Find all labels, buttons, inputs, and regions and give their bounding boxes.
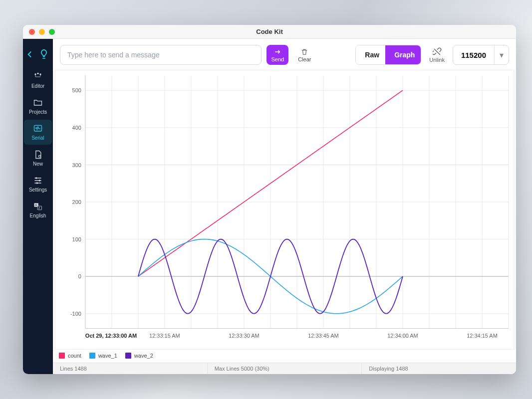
folder-icon (33, 98, 43, 108)
status-maxlines: Max Lines 5000 (30%) (208, 363, 362, 374)
status-lines: Lines 1488 (53, 363, 208, 374)
minimize-window-button[interactable] (39, 29, 45, 35)
unlink-icon (433, 47, 442, 56)
new-file-icon (33, 150, 43, 160)
legend-label: wave_1 (98, 353, 117, 359)
line-chart: -1000100200300400500Oct 29, 12:33:00 AM1… (55, 70, 514, 349)
svg-text:Z: Z (38, 206, 40, 209)
back-arrow-icon (26, 49, 37, 60)
editor-icon (33, 72, 43, 82)
raw-mode-button[interactable]: 0110 Raw (356, 45, 385, 64)
svg-point-1 (37, 73, 38, 74)
main-panel: Send Clear 0110 Raw Graph (53, 39, 516, 374)
svg-text:200: 200 (72, 199, 81, 205)
sidebar-item-new[interactable]: New (24, 146, 52, 171)
graph-label: Graph (394, 51, 415, 59)
svg-point-6 (39, 180, 40, 181)
svg-text:300: 300 (72, 162, 81, 168)
lightbulb-icon (38, 49, 49, 60)
sliders-icon (33, 176, 43, 186)
sidebar-item-projects[interactable]: Projects (24, 94, 52, 119)
toolbar: Send Clear 0110 Raw Graph (53, 39, 516, 70)
chart-area[interactable]: -1000100200300400500Oct 29, 12:33:00 AM1… (55, 70, 514, 350)
zoom-window-button[interactable] (49, 29, 55, 35)
chevron-down-icon: ▾ (494, 45, 509, 64)
sidebar-label: English (30, 213, 46, 218)
legend-label: count (68, 353, 81, 359)
svg-text:500: 500 (72, 87, 81, 93)
legend: count wave_1 wave_2 (53, 350, 516, 363)
svg-text:400: 400 (72, 125, 81, 131)
monitor-pulse-icon (33, 124, 43, 134)
titlebar: Code Kit (23, 25, 516, 39)
sidebar-label: Settings (29, 187, 47, 193)
svg-text:12:34:00 AM: 12:34:00 AM (387, 333, 418, 339)
send-label: Send (271, 56, 284, 62)
svg-point-0 (34, 73, 36, 75)
status-displaying: Displaying 1488 (362, 363, 516, 374)
sidebar-item-editor[interactable]: Editor (24, 68, 52, 93)
trash-icon (300, 48, 308, 56)
sidebar-item-serial[interactable]: Serial (24, 120, 52, 145)
app-window: Code Kit Editor Projects Serial N (23, 25, 516, 374)
swatch-icon (89, 353, 95, 359)
status-bar: Lines 1488 Max Lines 5000 (30%) Displayi… (53, 363, 516, 374)
graph-mode-button[interactable]: Graph (385, 45, 421, 64)
clear-button[interactable]: Clear (293, 45, 315, 65)
sidebar-item-language[interactable]: AZ English (24, 198, 52, 222)
close-window-button[interactable] (29, 29, 35, 35)
legend-item-wave1: wave_1 (89, 353, 117, 359)
sidebar: Editor Projects Serial New Settings AZ E… (23, 39, 53, 374)
svg-point-7 (36, 182, 38, 184)
message-input[interactable] (60, 45, 262, 65)
svg-text:-100: -100 (70, 311, 81, 317)
sidebar-label: Serial (31, 135, 44, 141)
svg-text:12:34:15 AM: 12:34:15 AM (467, 333, 498, 339)
swatch-icon (59, 353, 65, 359)
svg-text:0: 0 (78, 273, 81, 279)
svg-text:12:33:15 AM: 12:33:15 AM (149, 333, 180, 339)
view-mode-segment: 0110 Raw Graph (355, 45, 421, 65)
sidebar-item-settings[interactable]: Settings (24, 172, 52, 197)
svg-text:12:33:30 AM: 12:33:30 AM (229, 333, 260, 339)
legend-item-count: count (59, 353, 81, 359)
app-logo[interactable] (26, 44, 49, 67)
arrow-right-icon (273, 48, 281, 56)
unlink-button[interactable]: Unlink (426, 47, 448, 63)
sidebar-label: Editor (31, 83, 44, 89)
legend-label: wave_2 (134, 353, 153, 359)
language-icon: AZ (33, 201, 43, 211)
svg-point-5 (35, 177, 37, 179)
svg-text:12:33:45 AM: 12:33:45 AM (308, 333, 339, 339)
unlink-label: Unlink (429, 57, 445, 63)
baud-select[interactable]: 115200 ▾ (453, 45, 509, 65)
clear-label: Clear (298, 56, 311, 62)
window-title: Code Kit (256, 28, 282, 35)
legend-item-wave2: wave_2 (125, 353, 153, 359)
svg-text:A: A (35, 203, 37, 206)
sidebar-label: New (33, 161, 43, 167)
svg-text:Oct 29, 12:33:00 AM: Oct 29, 12:33:00 AM (85, 333, 137, 339)
window-controls (29, 29, 55, 35)
raw-label: Raw (365, 51, 379, 59)
send-button[interactable]: Send (266, 45, 288, 65)
baud-value: 115200 (453, 51, 494, 59)
svg-text:100: 100 (72, 236, 81, 242)
swatch-icon (125, 353, 131, 359)
sidebar-label: Projects (29, 109, 47, 115)
